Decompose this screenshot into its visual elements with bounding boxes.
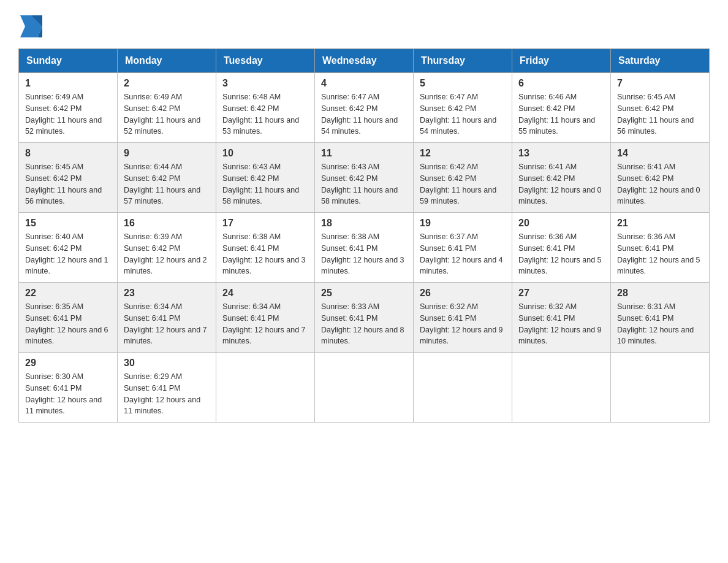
calendar-cell xyxy=(216,353,315,423)
day-number: 7 xyxy=(617,78,703,89)
calendar-cell: 26 Sunrise: 6:32 AM Sunset: 6:41 PM Dayl… xyxy=(414,283,512,353)
calendar-cell: 16 Sunrise: 6:39 AM Sunset: 6:42 PM Dayl… xyxy=(118,213,216,283)
calendar-cell: 3 Sunrise: 6:48 AM Sunset: 6:42 PM Dayli… xyxy=(216,73,315,143)
calendar-cell: 19 Sunrise: 6:37 AM Sunset: 6:41 PM Dayl… xyxy=(414,213,512,283)
logo-icon xyxy=(20,15,42,37)
day-info: Sunrise: 6:40 AM Sunset: 6:42 PM Dayligh… xyxy=(25,231,111,277)
day-number: 15 xyxy=(25,218,111,229)
weekday-header-wednesday: Wednesday xyxy=(315,49,414,73)
week-row-3: 15 Sunrise: 6:40 AM Sunset: 6:42 PM Dayl… xyxy=(19,213,710,283)
weekday-header-thursday: Thursday xyxy=(414,49,512,73)
day-info: Sunrise: 6:46 AM Sunset: 6:42 PM Dayligh… xyxy=(518,91,604,137)
day-number: 2 xyxy=(124,78,210,89)
calendar-table: SundayMondayTuesdayWednesdayThursdayFrid… xyxy=(18,48,710,423)
day-info: Sunrise: 6:48 AM Sunset: 6:42 PM Dayligh… xyxy=(222,91,308,137)
day-number: 28 xyxy=(617,288,703,299)
calendar-cell: 24 Sunrise: 6:34 AM Sunset: 6:41 PM Dayl… xyxy=(216,283,315,353)
day-number: 5 xyxy=(420,78,506,89)
day-number: 6 xyxy=(518,78,604,89)
day-info: Sunrise: 6:49 AM Sunset: 6:42 PM Dayligh… xyxy=(25,91,111,137)
calendar-cell: 21 Sunrise: 6:36 AM Sunset: 6:41 PM Dayl… xyxy=(611,213,710,283)
calendar-cell xyxy=(611,353,710,423)
calendar-cell xyxy=(315,353,414,423)
day-info: Sunrise: 6:42 AM Sunset: 6:42 PM Dayligh… xyxy=(420,161,506,207)
weekday-header-sunday: Sunday xyxy=(19,49,118,73)
week-row-1: 1 Sunrise: 6:49 AM Sunset: 6:42 PM Dayli… xyxy=(19,73,710,143)
calendar-cell: 4 Sunrise: 6:47 AM Sunset: 6:42 PM Dayli… xyxy=(315,73,414,143)
day-info: Sunrise: 6:37 AM Sunset: 6:41 PM Dayligh… xyxy=(420,231,506,277)
day-info: Sunrise: 6:45 AM Sunset: 6:42 PM Dayligh… xyxy=(25,161,111,207)
week-row-2: 8 Sunrise: 6:45 AM Sunset: 6:42 PM Dayli… xyxy=(19,143,710,213)
calendar-cell: 20 Sunrise: 6:36 AM Sunset: 6:41 PM Dayl… xyxy=(512,213,611,283)
calendar-cell: 15 Sunrise: 6:40 AM Sunset: 6:42 PM Dayl… xyxy=(19,213,118,283)
day-number: 3 xyxy=(222,78,308,89)
day-number: 1 xyxy=(25,78,111,89)
day-info: Sunrise: 6:49 AM Sunset: 6:42 PM Dayligh… xyxy=(124,91,210,137)
week-row-4: 22 Sunrise: 6:35 AM Sunset: 6:41 PM Dayl… xyxy=(19,283,710,353)
calendar-cell: 27 Sunrise: 6:32 AM Sunset: 6:41 PM Dayl… xyxy=(512,283,611,353)
day-info: Sunrise: 6:31 AM Sunset: 6:41 PM Dayligh… xyxy=(617,301,703,347)
calendar-cell: 2 Sunrise: 6:49 AM Sunset: 6:42 PM Dayli… xyxy=(118,73,216,143)
calendar-cell: 13 Sunrise: 6:41 AM Sunset: 6:42 PM Dayl… xyxy=(512,143,611,213)
day-number: 29 xyxy=(25,358,111,369)
day-info: Sunrise: 6:34 AM Sunset: 6:41 PM Dayligh… xyxy=(222,301,308,347)
day-number: 21 xyxy=(617,218,703,229)
day-info: Sunrise: 6:45 AM Sunset: 6:42 PM Dayligh… xyxy=(617,91,703,137)
calendar-cell: 8 Sunrise: 6:45 AM Sunset: 6:42 PM Dayli… xyxy=(19,143,118,213)
day-number: 12 xyxy=(420,148,506,159)
day-info: Sunrise: 6:29 AM Sunset: 6:41 PM Dayligh… xyxy=(124,371,210,417)
day-number: 18 xyxy=(321,218,407,229)
day-info: Sunrise: 6:34 AM Sunset: 6:41 PM Dayligh… xyxy=(124,301,210,347)
day-number: 10 xyxy=(222,148,308,159)
day-number: 26 xyxy=(420,288,506,299)
day-info: Sunrise: 6:36 AM Sunset: 6:41 PM Dayligh… xyxy=(518,231,604,277)
calendar-cell: 23 Sunrise: 6:34 AM Sunset: 6:41 PM Dayl… xyxy=(118,283,216,353)
day-number: 19 xyxy=(420,218,506,229)
day-number: 30 xyxy=(124,358,210,369)
weekday-header-row: SundayMondayTuesdayWednesdayThursdayFrid… xyxy=(19,49,710,73)
calendar-cell: 7 Sunrise: 6:45 AM Sunset: 6:42 PM Dayli… xyxy=(611,73,710,143)
calendar-cell: 18 Sunrise: 6:38 AM Sunset: 6:41 PM Dayl… xyxy=(315,213,414,283)
day-number: 25 xyxy=(321,288,407,299)
day-number: 27 xyxy=(518,288,604,299)
day-number: 16 xyxy=(124,218,210,229)
day-number: 13 xyxy=(518,148,604,159)
calendar-cell: 25 Sunrise: 6:33 AM Sunset: 6:41 PM Dayl… xyxy=(315,283,414,353)
day-number: 17 xyxy=(222,218,308,229)
day-number: 14 xyxy=(617,148,703,159)
day-number: 24 xyxy=(222,288,308,299)
day-info: Sunrise: 6:47 AM Sunset: 6:42 PM Dayligh… xyxy=(321,91,407,137)
weekday-header-saturday: Saturday xyxy=(611,49,710,73)
day-number: 8 xyxy=(25,148,111,159)
day-info: Sunrise: 6:38 AM Sunset: 6:41 PM Dayligh… xyxy=(222,231,308,277)
day-info: Sunrise: 6:41 AM Sunset: 6:42 PM Dayligh… xyxy=(518,161,604,207)
calendar-cell: 11 Sunrise: 6:43 AM Sunset: 6:42 PM Dayl… xyxy=(315,143,414,213)
page-header xyxy=(18,12,710,37)
calendar-cell xyxy=(414,353,512,423)
day-info: Sunrise: 6:38 AM Sunset: 6:41 PM Dayligh… xyxy=(321,231,407,277)
calendar-cell: 10 Sunrise: 6:43 AM Sunset: 6:42 PM Dayl… xyxy=(216,143,315,213)
logo xyxy=(18,12,44,37)
calendar-cell: 28 Sunrise: 6:31 AM Sunset: 6:41 PM Dayl… xyxy=(611,283,710,353)
weekday-header-monday: Monday xyxy=(118,49,216,73)
day-number: 20 xyxy=(518,218,604,229)
week-row-5: 29 Sunrise: 6:30 AM Sunset: 6:41 PM Dayl… xyxy=(19,353,710,423)
calendar-cell: 5 Sunrise: 6:47 AM Sunset: 6:42 PM Dayli… xyxy=(414,73,512,143)
calendar-cell: 6 Sunrise: 6:46 AM Sunset: 6:42 PM Dayli… xyxy=(512,73,611,143)
day-number: 4 xyxy=(321,78,407,89)
day-info: Sunrise: 6:41 AM Sunset: 6:42 PM Dayligh… xyxy=(617,161,703,207)
calendar-cell: 14 Sunrise: 6:41 AM Sunset: 6:42 PM Dayl… xyxy=(611,143,710,213)
day-info: Sunrise: 6:43 AM Sunset: 6:42 PM Dayligh… xyxy=(222,161,308,207)
day-info: Sunrise: 6:43 AM Sunset: 6:42 PM Dayligh… xyxy=(321,161,407,207)
day-info: Sunrise: 6:36 AM Sunset: 6:41 PM Dayligh… xyxy=(617,231,703,277)
day-info: Sunrise: 6:39 AM Sunset: 6:42 PM Dayligh… xyxy=(124,231,210,277)
day-info: Sunrise: 6:47 AM Sunset: 6:42 PM Dayligh… xyxy=(420,91,506,137)
weekday-header-friday: Friday xyxy=(512,49,611,73)
day-info: Sunrise: 6:33 AM Sunset: 6:41 PM Dayligh… xyxy=(321,301,407,347)
calendar-cell: 22 Sunrise: 6:35 AM Sunset: 6:41 PM Dayl… xyxy=(19,283,118,353)
calendar-cell: 9 Sunrise: 6:44 AM Sunset: 6:42 PM Dayli… xyxy=(118,143,216,213)
weekday-header-tuesday: Tuesday xyxy=(216,49,315,73)
calendar-cell: 30 Sunrise: 6:29 AM Sunset: 6:41 PM Dayl… xyxy=(118,353,216,423)
day-info: Sunrise: 6:32 AM Sunset: 6:41 PM Dayligh… xyxy=(518,301,604,347)
calendar-cell: 1 Sunrise: 6:49 AM Sunset: 6:42 PM Dayli… xyxy=(19,73,118,143)
